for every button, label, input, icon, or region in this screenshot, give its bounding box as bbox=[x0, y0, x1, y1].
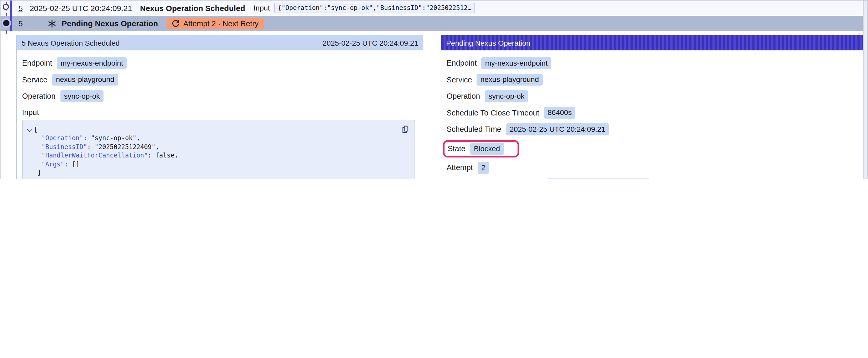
code-line: "Args": [] bbox=[26, 160, 399, 168]
left-panel-body: Endpoint my-nexus-endpoint Service nexus… bbox=[17, 51, 423, 179]
field-schedule-to-close-timeout: Schedule To Close Timeout 86400s bbox=[446, 107, 859, 119]
field-state: State Blocked bbox=[446, 140, 859, 158]
field-value-chip: my-nexus-endpoint bbox=[482, 57, 552, 69]
pending-event-id-link[interactable]: 5 bbox=[19, 19, 23, 28]
timeline-filled-dot-marker bbox=[3, 20, 9, 26]
field-label: Attempt bbox=[446, 164, 473, 172]
code-line: { bbox=[26, 125, 399, 134]
event-history-screen: 5 2025-02-25 UTC 20:24:09.21 Nexus Opera… bbox=[0, 0, 868, 179]
code-line: "BusinessID": "20250225122409", bbox=[26, 142, 399, 151]
detail-panels: 5 Nexus Operation Scheduled 2025-02-25 U… bbox=[1, 35, 867, 179]
code-line: } bbox=[26, 168, 399, 177]
field-attempt: Attempt 2 bbox=[446, 162, 859, 173]
input-section-label: Input bbox=[22, 108, 418, 116]
right-panel-header: Pending Nexus Operation bbox=[441, 35, 864, 51]
field-endpoint: Endpoint my-nexus-endpoint bbox=[446, 57, 859, 69]
collapse-chevron-icon[interactable] bbox=[27, 127, 32, 132]
scrollbar-track[interactable] bbox=[863, 1, 867, 179]
field-value-chip: 86400s bbox=[544, 107, 576, 119]
event-row-nexus-operation-scheduled[interactable]: 5 2025-02-25 UTC 20:24:09.21 Nexus Opera… bbox=[1, 1, 863, 15]
field-endpoint: Endpoint my-nexus-endpoint bbox=[22, 57, 418, 69]
left-panel-header: 5 Nexus Operation Scheduled 2025-02-25 U… bbox=[17, 35, 423, 51]
field-label: Schedule To Close Timeout bbox=[446, 109, 539, 117]
timeline-selection-bar bbox=[10, 1, 12, 31]
copy-icon[interactable] bbox=[401, 125, 410, 134]
event-id-link[interactable]: 5 bbox=[19, 3, 23, 12]
panel-pending-nexus-operation: Pending Nexus Operation Endpoint my-nexu… bbox=[441, 35, 865, 179]
field-label: Endpoint bbox=[22, 59, 52, 67]
field-operation: Operation sync-op-ok bbox=[22, 90, 418, 102]
field-value-chip: 2025-02-25 UTC 20:25:27.51 bbox=[547, 178, 650, 179]
field-value-chip: my-nexus-endpoint bbox=[57, 57, 127, 69]
event-rows: 5 2025-02-25 UTC 20:24:09.21 Nexus Opera… bbox=[1, 1, 863, 31]
field-label: State bbox=[448, 144, 466, 153]
field-value-chip: nexus-playground bbox=[52, 74, 118, 86]
field-label: Service bbox=[22, 75, 48, 84]
code-line: "HandlerWaitForCancellation": false, bbox=[26, 151, 399, 160]
field-operation: Operation sync-op-ok bbox=[446, 90, 859, 102]
field-service: Service nexus-playground bbox=[446, 74, 859, 86]
right-panel-title: Pending Nexus Operation bbox=[446, 39, 530, 47]
state-highlight-box: State Blocked bbox=[443, 140, 519, 158]
event-input-label: Input bbox=[253, 4, 270, 12]
field-value-chip: 2 bbox=[477, 162, 489, 173]
field-label: Endpoint bbox=[446, 59, 477, 67]
field-service: Service nexus-playground bbox=[22, 74, 418, 86]
event-input-preview-chip: {"Operation":"sync-op-ok","BusinessID":"… bbox=[274, 3, 475, 13]
asterisk-icon bbox=[48, 19, 57, 28]
retry-badge-label: Attempt 2 · Next Retry bbox=[183, 19, 258, 28]
field-label: Operation bbox=[446, 92, 480, 100]
field-label: Operation bbox=[22, 92, 56, 100]
event-timestamp: 2025-02-25 UTC 20:24:09.21 bbox=[30, 3, 132, 12]
page-scale-wrapper: 5 2025-02-25 UTC 20:24:09.21 Nexus Opera… bbox=[0, 0, 868, 179]
field-scheduled-time: Scheduled Time 2025-02-25 UTC 20:24:09.2… bbox=[446, 123, 859, 135]
left-panel-title: 5 Nexus Operation Scheduled bbox=[22, 39, 120, 47]
field-value-chip: sync-op-ok bbox=[485, 90, 528, 102]
code-line: "Operation": "sync-op-ok", bbox=[26, 134, 399, 142]
field-label: Scheduled Time bbox=[446, 125, 501, 134]
pending-event-title: Pending Nexus Operation bbox=[62, 19, 158, 28]
panel-nexus-operation-scheduled: 5 Nexus Operation Scheduled 2025-02-25 U… bbox=[16, 35, 423, 179]
left-panel-timestamp: 2025-02-25 UTC 20:24:09.21 bbox=[322, 39, 418, 47]
input-json-viewer: {"Operation": "sync-op-ok","BusinessID":… bbox=[22, 120, 415, 179]
field-label: Service bbox=[446, 75, 472, 84]
field-last-attempt-complete-time: Last Attempt Complete Time 2025-02-25 UT… bbox=[446, 178, 859, 179]
state-value-chip: Blocked bbox=[470, 143, 504, 155]
field-value-chip: 2025-02-25 UTC 20:24:09.21 bbox=[506, 123, 609, 135]
retry-icon bbox=[172, 20, 180, 27]
event-row-pending-nexus-operation[interactable]: 5 Pending Nexus Operation Attempt 2 · Ne… bbox=[1, 16, 863, 31]
event-title: Nexus Operation Scheduled bbox=[140, 3, 245, 12]
field-value-chip: sync-op-ok bbox=[60, 90, 103, 102]
right-panel-body: Endpoint my-nexus-endpoint Service nexus… bbox=[441, 51, 864, 179]
field-value-chip: nexus-playground bbox=[477, 74, 543, 86]
retry-status-badge: Attempt 2 · Next Retry bbox=[166, 18, 264, 29]
timeline-open-circle-marker bbox=[3, 4, 9, 10]
